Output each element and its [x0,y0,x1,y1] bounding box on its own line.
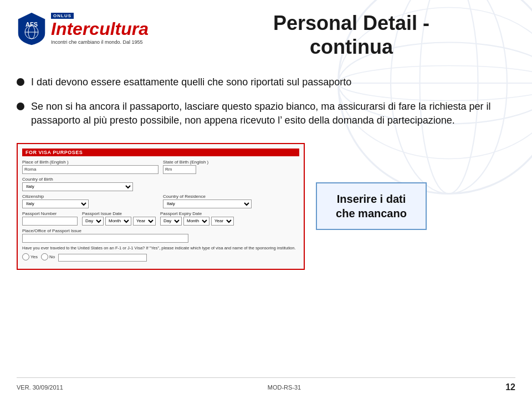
main-content: I dati devono essere esattamente quelli … [0,64,532,143]
passport-expiry-day-select[interactable]: Day [160,217,182,226]
form-row-4: Passport Number Passport Issue Date Day … [22,211,299,226]
passport-issue-section: Passport Issue Date Day Month Year [82,211,156,226]
passport-expiry-date-group: Day Month Year [160,217,234,226]
country-birth-field: Country of Birth Italy [22,177,299,191]
header: AFS ONLUS Intercultura Incontri che camb… [0,0,532,64]
logo-text-area: ONLUS Intercultura Incontri che cambiano… [51,13,149,45]
passport-expiry-month-select[interactable]: Month [183,217,209,226]
intercultura-logo-text: Intercultura [51,20,149,38]
list-item: I dati devono essere esattamente quelli … [17,75,510,89]
footer-module: MOD-RS-31 [268,384,301,391]
passport-office-label: Place/Office of Passport Issue [22,228,299,233]
bullet-icon [17,103,24,110]
state-birth-input[interactable] [163,165,196,174]
passport-issue-date-group: Day Month Year [82,217,156,226]
state-birth-field: State of Birth (English ) [163,160,299,174]
visa-yes-label[interactable]: Yes [22,253,38,260]
form-row-1: Place of Birth (English ) State of Birth… [22,160,299,174]
visa-question-text: Have you ever traveled to the United Sta… [22,245,299,251]
citizenship-field: Citizenship Italy [22,194,158,208]
passport-number-section: Passport Number [22,211,78,226]
bullet-list: I dati devono essere esattamente quelli … [17,75,510,127]
country-residence-select[interactable]: Italy [163,200,252,208]
form-title: FOR VISA PURPOSES [22,149,299,156]
title-line1: Personal Detail - [273,12,429,34]
callout-line1: Inserire i dati [337,193,406,205]
passport-number-input[interactable] [22,217,78,226]
form-row-2: Country of Birth Italy [22,177,299,191]
callout-line2: che mancano [336,207,407,219]
onlus-badge: ONLUS [51,13,74,19]
visa-detail-input[interactable] [58,254,147,262]
visa-no-label[interactable]: No [41,253,55,260]
citizenship-select[interactable]: Italy [22,200,89,208]
bullet-icon [17,78,24,86]
passport-office-field: Place/Office of Passport Issue [22,228,299,243]
form-row-visa: Have you ever traveled to the United Sta… [22,245,299,262]
footer-version: VER. 30/09/2011 [17,384,63,391]
list-item: Se non si ha ancora il passaporto, lasci… [17,100,510,127]
place-birth-field: Place of Birth (English ) [22,160,158,174]
visa-radio-group: Yes No [22,253,299,262]
form-mockup: FOR VISA PURPOSES Place of Birth (Englis… [17,143,305,270]
passport-issue-month-select[interactable]: Month [105,217,131,226]
inter-text: Inter [51,19,89,39]
afs-logo-icon: AFS [17,11,47,47]
bullet-text-2: Se non si ha ancora il passaporto, lasci… [31,100,510,127]
cultura-text: cultura [89,19,149,39]
footer-divider [17,377,515,378]
logo-box: AFS ONLUS Intercultura Incontri che camb… [17,11,149,47]
footer: VER. 30/09/2011 MOD-RS-31 12 [0,382,532,392]
logo-tagline: Incontri che cambiano il mondo. Dal 1955 [51,39,149,45]
bullet-text-1: I dati devono essere esattamente quelli … [31,75,351,89]
title-line2: continua [310,35,393,58]
place-birth-input[interactable] [22,165,158,174]
visa-yes-radio[interactable] [22,253,29,260]
passport-office-input[interactable] [22,234,188,243]
country-birth-label: Country of Birth [22,177,299,182]
logo-area: AFS ONLUS Intercultura Incontri che camb… [17,11,149,47]
passport-issue-year-select[interactable]: Year [133,217,156,226]
page-title: Personal Detail - continua [149,11,510,59]
footer-page-number: 12 [505,382,515,392]
passport-expiry-label: Passport Expiry Date [160,211,234,216]
passport-issue-label: Passport Issue Date [82,211,156,216]
country-residence-field: Country of Residence Italy [163,194,299,208]
passport-expiry-year-select[interactable]: Year [211,217,234,226]
callout-box: Inserire i dati che mancano [316,182,427,230]
form-row-5: Place/Office of Passport Issue [22,228,299,243]
place-birth-label: Place of Birth (English ) [22,160,158,165]
passport-expiry-section: Passport Expiry Date Day Month Year [160,211,234,226]
visa-no-radio[interactable] [41,253,48,260]
bottom-section: FOR VISA PURPOSES Place of Birth (Englis… [0,143,532,270]
citizenship-label: Citizenship [22,194,158,199]
passport-issue-day-select[interactable]: Day [82,217,104,226]
form-row-3: Citizenship Italy Country of Residence I… [22,194,299,208]
country-residence-label: Country of Residence [163,194,299,199]
passport-number-label: Passport Number [22,211,78,216]
country-birth-select[interactable]: Italy [22,182,133,191]
state-birth-label: State of Birth (English ) [163,160,299,165]
